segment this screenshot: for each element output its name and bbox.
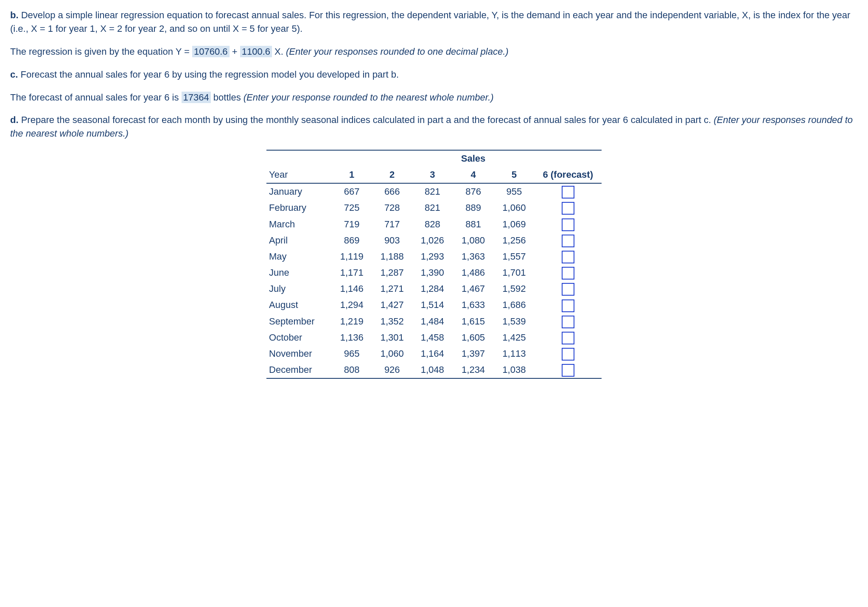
sales-cell: 828 [412, 216, 453, 232]
eq-suffix: X. [272, 46, 286, 57]
table-row: May1,1191,1881,2931,3631,557 [266, 249, 602, 265]
forecast-cell [534, 313, 602, 330]
month-label: August [266, 297, 332, 313]
part-b-hint: (Enter your responses rounded to one dec… [286, 46, 509, 57]
month-label: July [266, 281, 332, 297]
part-b-text: Develop a simple linear regression equat… [10, 10, 850, 34]
sales-cell: 1,615 [453, 313, 494, 330]
part-c-hint: (Enter your response rounded to the near… [244, 92, 494, 103]
col-1: 1 [332, 167, 372, 183]
sales-cell: 1,287 [372, 265, 412, 281]
month-label: October [266, 330, 332, 346]
month-label: November [266, 346, 332, 362]
sales-cell: 965 [332, 346, 372, 362]
forecast-cell [534, 281, 602, 297]
partc-prefix: The forecast of annual sales for year 6 … [10, 92, 182, 103]
table-row: July1,1461,2711,2841,4671,592 [266, 281, 602, 297]
forecast-input[interactable] [562, 316, 574, 328]
sales-header: Sales [453, 150, 494, 167]
sales-cell: 666 [372, 183, 412, 200]
sales-cell: 1,484 [412, 313, 453, 330]
sales-cell: 1,514 [412, 297, 453, 313]
sales-cell: 1,171 [332, 265, 372, 281]
sales-cell: 1,080 [453, 232, 494, 249]
sales-cell: 889 [453, 200, 494, 216]
month-label: February [266, 200, 332, 216]
sales-cell: 1,256 [494, 232, 534, 249]
sales-cell: 1,234 [453, 362, 494, 378]
col-5: 5 [494, 167, 534, 183]
month-label: April [266, 232, 332, 249]
part-b-label: b. [10, 10, 19, 20]
sales-cell: 1,069 [494, 216, 534, 232]
part-d-label: d. [10, 115, 19, 125]
sales-cell: 926 [372, 362, 412, 378]
sales-cell: 1,060 [494, 200, 534, 216]
forecast-input[interactable] [562, 364, 574, 377]
sales-cell: 1,293 [412, 249, 453, 265]
sales-cell: 1,136 [332, 330, 372, 346]
month-label: September [266, 313, 332, 330]
intercept-value: 10760.6 [192, 46, 230, 57]
sales-cell: 1,294 [332, 297, 372, 313]
sales-cell: 1,113 [494, 346, 534, 362]
sales-cell: 1,592 [494, 281, 534, 297]
sales-cell: 725 [332, 200, 372, 216]
forecast-cell [534, 183, 602, 200]
part-b-prompt: b. Develop a simple linear regression eq… [10, 8, 858, 36]
part-c-text: Forecast the annual sales for year 6 by … [18, 69, 399, 80]
forecast-cell [534, 249, 602, 265]
forecast-cell [534, 200, 602, 216]
sales-cell: 881 [453, 216, 494, 232]
sales-cell: 728 [372, 200, 412, 216]
part-c-answer-line: The forecast of annual sales for year 6 … [10, 91, 858, 104]
sales-table: Sales Year 1 2 3 4 5 6 (forecast) Januar… [266, 150, 602, 379]
sales-cell: 1,397 [453, 346, 494, 362]
sales-cell: 1,164 [412, 346, 453, 362]
table-row: August1,2941,4271,5141,6331,686 [266, 297, 602, 313]
forecast-input[interactable] [562, 332, 574, 344]
sales-cell: 1,633 [453, 297, 494, 313]
sales-cell: 667 [332, 183, 372, 200]
sales-cell: 1,038 [494, 362, 534, 378]
forecast-input[interactable] [562, 267, 574, 280]
partc-suffix: bottles [211, 92, 244, 103]
sales-cell: 1,467 [453, 281, 494, 297]
sales-cell: 1,486 [453, 265, 494, 281]
part-b-equation-line: The regression is given by the equation … [10, 45, 858, 59]
forecast-input[interactable] [562, 235, 574, 247]
table-row: January667666821876955 [266, 183, 602, 200]
forecast-cell [534, 232, 602, 249]
sales-cell: 1,060 [372, 346, 412, 362]
eq-prefix: The regression is given by the equation … [10, 46, 192, 57]
sales-cell: 1,301 [372, 330, 412, 346]
month-label: June [266, 265, 332, 281]
sales-cell: 1,048 [412, 362, 453, 378]
sales-cell: 869 [332, 232, 372, 249]
forecast-input[interactable] [562, 186, 574, 199]
table-row: September1,2191,3521,4841,6151,539 [266, 313, 602, 330]
month-label: May [266, 249, 332, 265]
table-row: February7257288218891,060 [266, 200, 602, 216]
sales-cell: 1,363 [453, 249, 494, 265]
col-2: 2 [372, 167, 412, 183]
sales-cell: 1,605 [453, 330, 494, 346]
forecast-cell [534, 346, 602, 362]
forecast-input[interactable] [562, 218, 574, 231]
sales-cell: 717 [372, 216, 412, 232]
table-row: April8699031,0261,0801,256 [266, 232, 602, 249]
forecast-cell [534, 216, 602, 232]
table-row: November9651,0601,1641,3971,113 [266, 346, 602, 362]
sales-cell: 821 [412, 200, 453, 216]
sales-cell: 1,427 [372, 297, 412, 313]
month-label: January [266, 183, 332, 200]
forecast-input[interactable] [562, 348, 574, 361]
sales-cell: 1,271 [372, 281, 412, 297]
forecast-input[interactable] [562, 283, 574, 296]
table-row: March7197178288811,069 [266, 216, 602, 232]
sales-cell: 903 [372, 232, 412, 249]
sales-cell: 876 [453, 183, 494, 200]
forecast-input[interactable] [562, 251, 574, 263]
forecast-input[interactable] [562, 299, 574, 312]
forecast-input[interactable] [562, 202, 574, 215]
